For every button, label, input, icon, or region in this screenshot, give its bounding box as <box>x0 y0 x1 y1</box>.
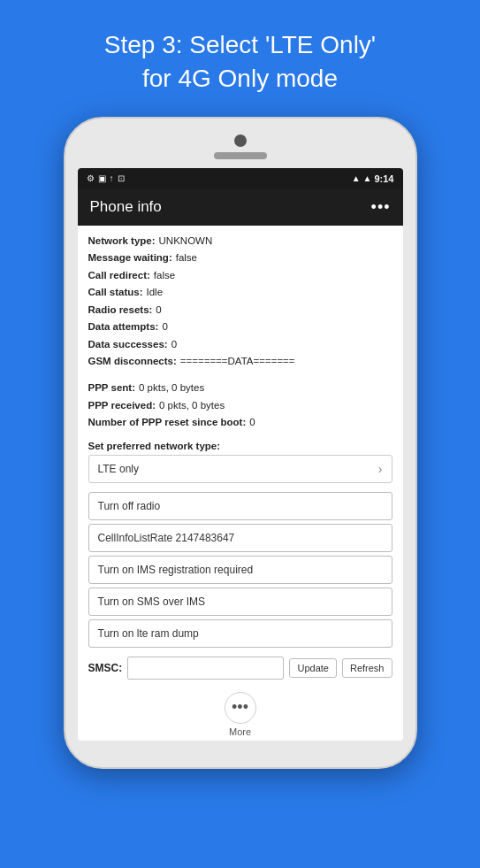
sim-icon: ▣ <box>98 173 106 183</box>
camera <box>234 134 247 147</box>
network-type-dropdown[interactable]: LTE only › <box>88 455 392 483</box>
info-row-call-redirect: Call redirect: false <box>88 267 392 285</box>
ppp-received-label: PPP received: <box>88 397 156 415</box>
status-icons-right: ▲ ▲ 9:14 <box>352 173 394 184</box>
network-type-section-label: Set preferred network type: <box>88 441 392 451</box>
network-type-section: Set preferred network type: LTE only › <box>78 435 403 488</box>
ppp-received-row: PPP received: 0 pkts, 0 bytes <box>88 397 392 415</box>
data-successes-label: Data successes: <box>88 336 168 354</box>
info-row-network-type: Network type: UNKNOWN <box>88 233 392 250</box>
more-label: More <box>229 726 251 737</box>
ppp-sent-label: PPP sent: <box>88 380 135 397</box>
update-button[interactable]: Update <box>289 658 336 678</box>
wifi-icon: ▲ <box>352 173 361 183</box>
phone-device: ⚙ ▣ ↑ ⊡ ▲ ▲ 9:14 Phone info ••• Network … <box>64 117 417 769</box>
turn-on-ims-button[interactable]: Turn on IMS registration required <box>88 556 392 584</box>
radio-resets-value: 0 <box>156 302 161 319</box>
info-content: Network type: UNKNOWN Message waiting: f… <box>78 226 403 435</box>
data-attempts-value: 0 <box>162 319 167 336</box>
smsc-input[interactable] <box>127 657 284 680</box>
refresh-button[interactable]: Refresh <box>342 658 392 678</box>
data-icon: ⊡ <box>118 173 125 183</box>
chevron-right-icon: › <box>378 462 383 476</box>
turn-on-lte-ram-dump-button[interactable]: Turn on lte ram dump <box>88 619 392 648</box>
network-type-selected: LTE only <box>98 463 139 475</box>
gsm-disconnects-label: GSM disconnects: <box>88 353 177 371</box>
ppp-reset-row: Number of PPP reset since boot: 0 <box>88 414 392 432</box>
message-waiting-value: false <box>176 250 197 267</box>
status-bar: ⚙ ▣ ↑ ⊡ ▲ ▲ 9:14 <box>78 168 403 189</box>
speaker <box>214 152 267 159</box>
info-row-data-attempts: Data attempts: 0 <box>88 319 392 336</box>
network-type-label: Network type: <box>88 233 156 250</box>
radio-resets-label: Radio resets: <box>88 302 153 319</box>
ppp-sent-value: 0 pkts, 0 bytes <box>139 380 204 397</box>
phone-top <box>78 134 403 159</box>
smsc-label: SMSC: <box>88 662 123 674</box>
message-waiting-label: Message waiting: <box>88 250 172 267</box>
turn-on-sms-over-ims-button[interactable]: Turn on SMS over IMS <box>88 588 392 616</box>
ppp-sent-row: PPP sent: 0 pkts, 0 bytes <box>88 380 392 397</box>
call-redirect-label: Call redirect: <box>88 267 150 285</box>
buttons-section: Turn off radio CellInfoListRate 21474836… <box>78 488 403 651</box>
settings-icon: ⚙ <box>87 173 95 183</box>
call-redirect-value: false <box>154 267 175 285</box>
arrow-icon: ↑ <box>110 173 114 183</box>
header-text: Step 3: Select 'LTE Only'for 4G Only mod… <box>69 0 411 117</box>
gsm-disconnects-value: ========DATA======= <box>180 353 295 371</box>
cell-info-list-rate-button[interactable]: CellInfoListRate 2147483647 <box>88 524 392 552</box>
signal-icon: ▲ <box>363 173 372 183</box>
info-row-call-status: Call status: Idle <box>88 284 392 302</box>
app-bar: Phone info ••• <box>78 189 403 226</box>
info-row-radio-resets: Radio resets: 0 <box>88 302 392 319</box>
info-row-data-successes: Data successes: 0 <box>88 336 392 354</box>
ppp-reset-label: Number of PPP reset since boot: <box>88 414 247 432</box>
info-row-gsm-disconnects: GSM disconnects: ========DATA======= <box>88 353 392 371</box>
call-status-value: Idle <box>147 284 164 302</box>
more-dots-button[interactable]: ••• <box>225 692 256 724</box>
status-icons-left: ⚙ ▣ ↑ ⊡ <box>87 173 125 183</box>
more-section[interactable]: ••• More <box>78 685 403 741</box>
network-type-value: UNKNOWN <box>159 233 213 250</box>
data-attempts-label: Data attempts: <box>88 319 159 336</box>
overflow-menu-button[interactable]: ••• <box>371 198 391 217</box>
status-time: 9:14 <box>374 173 393 184</box>
turn-off-radio-button[interactable]: Turn off radio <box>88 492 392 520</box>
ppp-reset-value: 0 <box>249 414 255 432</box>
ppp-received-value: 0 pkts, 0 bytes <box>159 397 225 415</box>
info-row-message-waiting: Message waiting: false <box>88 250 392 267</box>
data-successes-value: 0 <box>171 336 177 354</box>
phone-screen: ⚙ ▣ ↑ ⊡ ▲ ▲ 9:14 Phone info ••• Network … <box>78 168 403 741</box>
app-title: Phone info <box>90 198 162 216</box>
call-status-label: Call status: <box>88 284 143 302</box>
smsc-row: SMSC: Update Refresh <box>78 651 403 685</box>
